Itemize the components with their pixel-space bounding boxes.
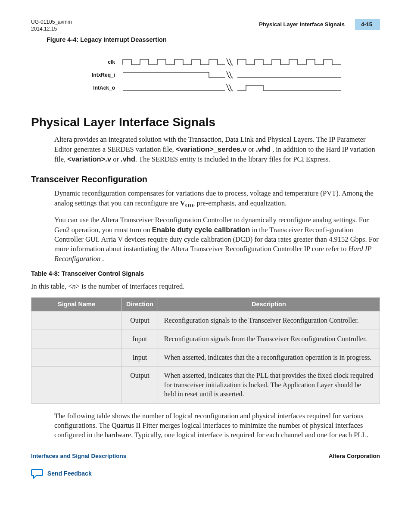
- page-header: UG-01105_avmm 2014.12.15 Physical Layer …: [31, 19, 380, 32]
- clk-wave: [123, 59, 341, 65]
- signals-table: Signal Name Direction Description Output…: [31, 297, 380, 404]
- n-var: n: [72, 282, 75, 290]
- send-feedback-link[interactable]: Send Feedback: [31, 469, 380, 479]
- th-direction: Direction: [122, 297, 158, 311]
- reconfig-para-2: You can use the Altera Transceiver Recon…: [54, 215, 380, 264]
- table-row: Input When asserted, indicates that the …: [31, 348, 380, 367]
- section-heading: Physical Layer Interface Signals: [31, 114, 380, 131]
- timing-label-intxreq: IntxReq_i: [92, 72, 115, 78]
- doc-date: 2014.12.15: [31, 26, 72, 33]
- table-row: Output When asserted, indicates that the…: [31, 367, 380, 404]
- table-row: Output Reconfiguration signals to the Tr…: [31, 311, 380, 330]
- page-footer: Interfaces and Signal Descriptions Alter…: [31, 452, 380, 460]
- cell-signal-name: [31, 367, 122, 404]
- filename: <variation>.v: [67, 155, 111, 163]
- page-number-badge: 4-15: [355, 19, 380, 30]
- text: . The SERDES entity is included in the l…: [135, 155, 330, 163]
- figure-caption: Figure 4-4: Legacy Interrupt Deassertion: [47, 36, 380, 44]
- th-signal-name: Signal Name: [31, 297, 122, 311]
- header-section-title: Physical Layer Interface Signals: [259, 21, 345, 28]
- text: In this table, <: [31, 282, 72, 290]
- header-left: UG-01105_avmm 2014.12.15: [31, 19, 72, 32]
- intxreq-wave: [123, 72, 341, 78]
- table-caption: Table 4-8: Transceiver Control Signals: [31, 270, 380, 278]
- table-header-row: Signal Name Direction Description: [31, 297, 380, 311]
- footer-company: Altera Corporation: [329, 452, 380, 460]
- text: or: [246, 145, 256, 153]
- filename: <variation>_serdes.v: [176, 145, 246, 153]
- option-name: Enable duty cycle calibration: [152, 226, 250, 233]
- timing-label-intack: IntAck_o: [93, 85, 115, 91]
- vod-symbol: VOD: [180, 199, 193, 207]
- cell-direction: Output: [122, 367, 158, 404]
- table-intro: In this table, <n> is the number of inte…: [31, 282, 380, 291]
- reconfig-para-1: Dynamic reconfiguration compensates for …: [54, 189, 380, 209]
- cell-direction: Input: [122, 330, 158, 348]
- break-marks: [226, 59, 233, 91]
- text: or: [111, 155, 121, 163]
- intro-paragraph: Altera provides an integrated solution w…: [54, 135, 380, 165]
- doc-id: UG-01105_avmm: [31, 19, 72, 26]
- table-row: Input Reconfiguration signals from the T…: [31, 330, 380, 348]
- timing-diagram: clk IntxReq_i IntAck_o: [47, 48, 380, 101]
- timing-svg: clk IntxReq_i IntAck_o: [75, 56, 351, 95]
- cell-signal-name: [31, 311, 122, 330]
- cell-direction: Output: [122, 311, 158, 330]
- text: , pre-emphasis, and equalization.: [193, 199, 286, 207]
- cell-description: Reconfiguration signals to the Transceiv…: [158, 311, 380, 330]
- header-right: Physical Layer Interface Signals 4-15: [259, 19, 380, 30]
- th-description: Description: [158, 297, 380, 311]
- cell-direction: Input: [122, 348, 158, 367]
- filename: .vhd: [256, 145, 271, 153]
- cell-signal-name: [31, 330, 122, 348]
- feedback-label: Send Feedback: [47, 470, 92, 478]
- footer-chapter-link[interactable]: Interfaces and Signal Descriptions: [31, 452, 126, 460]
- speech-bubble-icon: [31, 469, 43, 479]
- cell-signal-name: [31, 348, 122, 367]
- subsection-heading: Transceiver Reconfiguration: [31, 174, 380, 185]
- cell-description: When asserted, indicates that the PLL th…: [158, 367, 380, 404]
- text: .: [100, 255, 104, 263]
- closing-para: The following table shows the number of …: [54, 411, 380, 440]
- intack-wave: [123, 85, 341, 90]
- text: > is the number of interfaces required.: [76, 282, 185, 290]
- cell-description: When asserted, indicates that the a reco…: [158, 348, 380, 367]
- cell-description: Reconfiguration signals from the Transce…: [158, 330, 380, 348]
- timing-label-clk: clk: [108, 59, 115, 65]
- filename: .vhd: [121, 155, 135, 163]
